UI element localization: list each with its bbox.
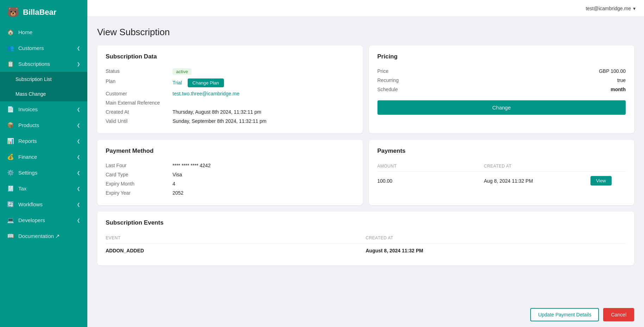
sidebar-item-label: Customers [18, 45, 44, 51]
schedule-value: month [611, 87, 626, 92]
price-value: GBP 100.00 [599, 68, 626, 74]
created-at-row: Created At Thursday, August 8th 2024, 11… [106, 107, 354, 117]
invoices-icon: 📄 [7, 106, 14, 113]
main-content: test@icambridge.me ▾ View Subscription S… [87, 0, 644, 327]
sidebar: 🐻 BillaBear 🏠 Home 👥 Customers ❮ 📋 Subsc… [0, 0, 87, 327]
logo-icon: 🐻 [7, 6, 19, 18]
chevron-icon: ❮ [77, 46, 80, 51]
app-logo[interactable]: 🐻 BillaBear [0, 0, 87, 24]
event-row: ADDON_ADDED August 8, 2024 11:32 PM [106, 244, 626, 258]
customer-row: Customer test.two.three@icambridge.me [106, 89, 354, 98]
col-created-at-header: CREATED AT [484, 164, 590, 169]
topbar: test@icambridge.me ▾ [87, 0, 644, 17]
sidebar-item-label: Subscription List [15, 76, 52, 82]
recurring-value: true [617, 77, 626, 83]
pricing-title: Pricing [377, 53, 626, 60]
sidebar-item-products[interactable]: 📦 Products ❮ [0, 117, 87, 133]
sidebar-item-settings[interactable]: ⚙️ Settings ❮ [0, 165, 87, 181]
sidebar-item-subscription-list[interactable]: Subscription List [0, 72, 87, 87]
pricing-card: Pricing Price GBP 100.00 Recurring true … [369, 45, 634, 133]
user-email: test@icambridge.me [586, 6, 631, 11]
sidebar-item-label: Invoices [18, 106, 38, 112]
bottom-actions: Update Payment Details Cancel [87, 302, 644, 327]
events-table-header: EVENT CREATED AT [106, 233, 626, 244]
chevron-icon: ❯ [77, 62, 80, 67]
customer-label: Customer [106, 91, 173, 96]
sidebar-item-documentation[interactable]: 📖 Documentation ↗ [0, 228, 87, 244]
chevron-icon: ❮ [77, 170, 80, 175]
change-plan-button[interactable]: Change Plan [188, 78, 224, 87]
valid-until-value: Sunday, September 8th 2024, 11:32:11 pm [173, 118, 354, 124]
last-four-value: **** **** **** 4242 [173, 163, 354, 168]
recurring-row: Recurring true [377, 76, 626, 85]
sidebar-item-reports[interactable]: 📊 Reports ❮ [0, 133, 87, 149]
events-row: Subscription Events EVENT CREATED AT ADD… [97, 212, 634, 265]
sidebar-item-label: Settings [18, 170, 37, 176]
main-ext-ref-label: Main External Reference [106, 100, 173, 106]
subscription-events-card: Subscription Events EVENT CREATED AT ADD… [97, 212, 634, 265]
status-badge: active [173, 68, 192, 75]
finance-icon: 💰 [7, 153, 14, 160]
chevron-icon: ❮ [77, 218, 80, 223]
price-row: Price GBP 100.00 [377, 67, 626, 76]
sidebar-item-developers[interactable]: 💻 Developers ❮ [0, 212, 87, 228]
middle-cards-row: Payment Method Last Four **** **** **** … [97, 140, 634, 205]
plan-label: Plan [106, 78, 173, 84]
event-name: ADDON_ADDED [106, 248, 366, 253]
sidebar-item-home[interactable]: 🏠 Home [0, 24, 87, 40]
last-four-label: Last Four [106, 163, 173, 168]
sidebar-item-finance[interactable]: 💰 Finance ❮ [0, 149, 87, 165]
payment-amount: 100.00 [377, 178, 484, 184]
subscriptions-icon: 📋 [7, 61, 14, 67]
view-payment-button[interactable]: View [590, 176, 612, 185]
app-name: BillaBear [23, 8, 56, 17]
schedule-row: Schedule month [377, 85, 626, 94]
valid-until-row: Valid Until Sunday, September 8th 2024, … [106, 117, 354, 126]
payments-title: Payments [377, 147, 626, 155]
top-cards-row: Subscription Data Status active Plan Tri… [97, 45, 634, 133]
col-events-created-at-header: CREATED AT [366, 235, 626, 240]
subscription-events-title: Subscription Events [106, 219, 626, 226]
chevron-icon: ❮ [77, 202, 80, 207]
subscription-data-card: Subscription Data Status active Plan Tri… [97, 45, 363, 133]
expiry-year-row: Expiry Year 2052 [106, 188, 354, 197]
settings-icon: ⚙️ [7, 169, 14, 176]
workflows-icon: 🔄 [7, 201, 14, 208]
created-at-label: Created At [106, 109, 173, 115]
reports-icon: 📊 [7, 138, 14, 144]
col-action-header [590, 164, 626, 169]
sidebar-item-subscriptions[interactable]: 📋 Subscriptions ❯ [0, 56, 87, 72]
plan-row: Plan Trial Change Plan [106, 77, 354, 89]
schedule-label: Schedule [377, 87, 398, 92]
sidebar-item-mass-change[interactable]: Mass Change [0, 87, 87, 101]
subscription-data-title: Subscription Data [106, 53, 354, 60]
sidebar-item-label: Documentation ↗ [18, 233, 60, 239]
customer-link[interactable]: test.two.three@icambridge.me [173, 91, 239, 96]
sidebar-item-tax[interactable]: 🧾 Tax ❮ [0, 181, 87, 196]
tax-icon: 🧾 [7, 185, 14, 192]
update-payment-details-button[interactable]: Update Payment Details [530, 308, 599, 321]
status-value: active [173, 68, 354, 75]
sidebar-item-label: Tax [18, 185, 26, 191]
cancel-button[interactable]: Cancel [603, 308, 634, 321]
pricing-change-button[interactable]: Change [377, 100, 626, 115]
sidebar-item-workflows[interactable]: 🔄 Workflows ❮ [0, 196, 87, 212]
sidebar-item-customers[interactable]: 👥 Customers ❮ [0, 40, 87, 56]
payment-method-card: Payment Method Last Four **** **** **** … [97, 140, 363, 205]
recurring-label: Recurring [377, 77, 399, 83]
payment-created-at: Aug 8, 2024 11:32 PM [484, 178, 590, 184]
payments-table-header: AMOUNT CREATED AT [377, 161, 626, 172]
sidebar-item-invoices[interactable]: 📄 Invoices ❮ [0, 101, 87, 117]
card-type-row: Card Type Visa [106, 170, 354, 179]
chevron-icon: ❮ [77, 139, 80, 144]
user-menu[interactable]: test@icambridge.me ▾ [586, 6, 636, 11]
page-content: View Subscription Subscription Data Stat… [87, 17, 644, 327]
sidebar-nav: 🏠 Home 👥 Customers ❮ 📋 Subscriptions ❯ S… [0, 24, 87, 327]
trial-link[interactable]: Trial [173, 80, 182, 86]
status-label: Status [106, 68, 173, 74]
chevron-down-icon: ▾ [633, 6, 636, 11]
documentation-icon: 📖 [7, 233, 14, 239]
payment-row: 100.00 Aug 8, 2024 11:32 PM View [377, 172, 626, 190]
card-type-value: Visa [173, 172, 354, 177]
payment-method-title: Payment Method [106, 147, 354, 155]
